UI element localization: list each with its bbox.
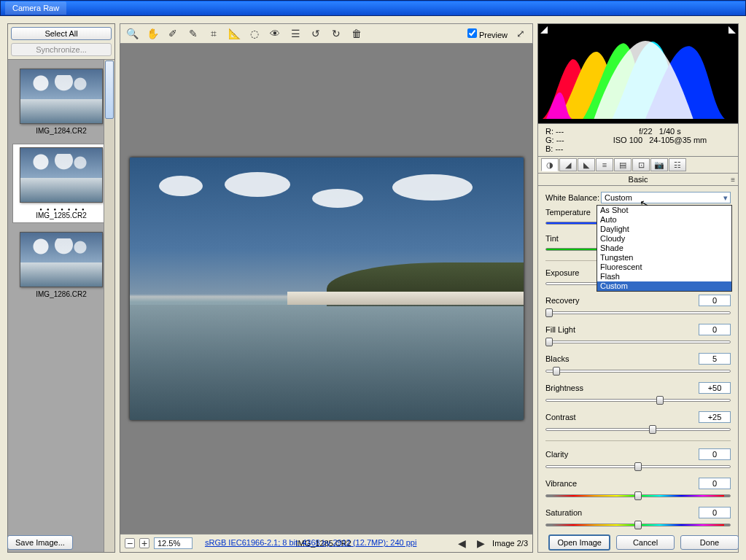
highlight-clip-icon[interactable] [728, 26, 736, 34]
tab-split[interactable]: ▤ [614, 158, 632, 171]
tab-basic[interactable]: ◑ [541, 158, 559, 171]
white-balance-label: White Balance: [545, 193, 601, 202]
filmstrip-label: IMG_1285.CR2 [13, 211, 109, 219]
wb-option[interactable]: Fluorescent [597, 262, 731, 272]
filmstrip-item[interactable]: ●●●●●●● IMG_1285.CR2 [12, 144, 110, 223]
wb-option[interactable]: Tungsten [597, 253, 731, 262]
tab-presets[interactable]: ☷ [669, 158, 686, 171]
fullscreen-icon[interactable]: ⤢ [513, 26, 528, 41]
synchronize-button: Synchronize... [11, 43, 112, 56]
clarity-value[interactable]: 0 [699, 448, 731, 460]
eyedropper-white-icon[interactable]: ✐ [166, 26, 180, 41]
window-title: Camera Raw [5, 1, 66, 15]
clarity-label: Clarity [545, 450, 601, 459]
histogram [537, 23, 739, 124]
rotate-cw-icon[interactable]: ↻ [329, 26, 343, 41]
crop-tool-icon[interactable]: ⌗ [206, 26, 221, 41]
trash-icon[interactable]: 🗑 [349, 26, 364, 41]
panel-tabs: ◑ ◢ ◣ ≡ ▤ ⊡ 📷 ☷ [537, 157, 739, 174]
shadow-clip-icon[interactable] [540, 26, 548, 34]
panel-title: Basic ≡ [537, 174, 739, 186]
metadata-readout: R: ---G: ---B: --- f/22 1/40 s ISO 100 2… [537, 124, 739, 157]
wb-option[interactable]: Cloudy [597, 234, 731, 244]
vibrance-slider[interactable] [545, 491, 731, 501]
wb-option[interactable]: Custom [597, 281, 731, 291]
retouch-tool-icon[interactable]: ◌ [247, 26, 262, 41]
tab-curve[interactable]: ◢ [559, 158, 577, 171]
saturation-label: Saturation [545, 508, 601, 517]
brightness-value[interactable]: +50 [699, 382, 731, 394]
filmstrip: Select All Synchronize... IMG_1284.CR2 ●… [7, 23, 115, 553]
zoom-tool-icon[interactable]: 🔍 [125, 26, 139, 41]
cancel-button[interactable]: Cancel [616, 535, 675, 550]
wb-option[interactable]: Daylight [597, 225, 731, 234]
saturation-slider[interactable] [545, 520, 731, 530]
blacks-slider[interactable] [545, 366, 731, 376]
filmstrip-scrollbar[interactable] [104, 60, 114, 552]
vibrance-label: Vibrance [545, 479, 601, 488]
fill-light-slider[interactable] [545, 337, 731, 347]
filmstrip-item[interactable]: IMG_1284.CR2 [12, 69, 110, 135]
tint-label: Tint [545, 234, 601, 243]
recovery-value[interactable]: 0 [699, 295, 731, 306]
hand-tool-icon[interactable]: ✋ [145, 26, 160, 41]
recovery-label: Recovery [545, 296, 601, 305]
brightness-label: Brightness [545, 384, 601, 392]
wb-option[interactable]: Shade [597, 244, 731, 253]
preview-canvas[interactable] [120, 44, 532, 534]
wb-option[interactable]: Auto [597, 215, 731, 225]
tab-hsl[interactable]: ≡ [596, 158, 613, 171]
blacks-value[interactable]: 5 [699, 353, 731, 365]
fill-light-label: Fill Light [545, 325, 601, 334]
preview-checkbox[interactable]: Preview [467, 28, 508, 39]
workflow-options-link[interactable]: sRGB IEC61966-2.1; 8 bit; 4368 by 2912 (… [79, 538, 543, 547]
tab-lens[interactable]: ⊡ [632, 158, 650, 171]
done-button[interactable]: Done [680, 535, 739, 550]
tab-detail[interactable]: ◣ [578, 158, 595, 171]
filmstrip-item[interactable]: IMG_1286.CR2 [12, 232, 110, 298]
brightness-slider[interactable] [545, 395, 731, 405]
contrast-value[interactable]: +25 [699, 411, 731, 423]
filmstrip-label: IMG_1284.CR2 [12, 127, 110, 135]
open-image-button[interactable]: Open Image [548, 534, 610, 551]
tab-camera[interactable]: 📷 [650, 158, 668, 171]
wb-option[interactable]: As Shot [597, 206, 731, 215]
prefs-icon[interactable]: ☰ [288, 26, 303, 41]
white-balance-select[interactable]: Custom [601, 192, 731, 203]
eyedropper-color-icon[interactable]: ✎ [186, 26, 201, 41]
saturation-value[interactable]: 0 [699, 507, 731, 518]
contrast-slider[interactable] [545, 424, 731, 435]
vibrance-value[interactable]: 0 [699, 478, 731, 489]
panel-menu-icon[interactable]: ≡ [731, 176, 735, 184]
titlebar: Camera Raw [0, 0, 746, 16]
white-balance-dropdown[interactable]: As Shot Auto Daylight Cloudy Shade Tungs… [597, 205, 732, 292]
toolbar: 🔍 ✋ ✐ ✎ ⌗ 📐 ◌ 👁 ☰ ↺ ↻ 🗑 Preview ⤢ [120, 23, 533, 44]
clarity-slider[interactable] [545, 462, 731, 472]
recovery-slider[interactable] [545, 308, 731, 318]
temperature-label: Temperature [545, 208, 601, 217]
contrast-label: Contrast [545, 413, 601, 421]
redeye-tool-icon[interactable]: 👁 [268, 26, 282, 41]
select-all-button[interactable]: Select All [11, 27, 112, 40]
fill-light-value[interactable]: 0 [699, 324, 731, 335]
filmstrip-label: IMG_1286.CR2 [12, 290, 110, 298]
exposure-label: Exposure [545, 268, 601, 277]
wb-option[interactable]: Flash [597, 272, 731, 281]
save-image-button[interactable]: Save Image... [7, 535, 73, 550]
blacks-label: Blacks [545, 354, 601, 363]
rotate-ccw-icon[interactable]: ↺ [308, 26, 323, 41]
straighten-tool-icon[interactable]: 📐 [227, 26, 241, 41]
photo-preview [130, 158, 524, 420]
